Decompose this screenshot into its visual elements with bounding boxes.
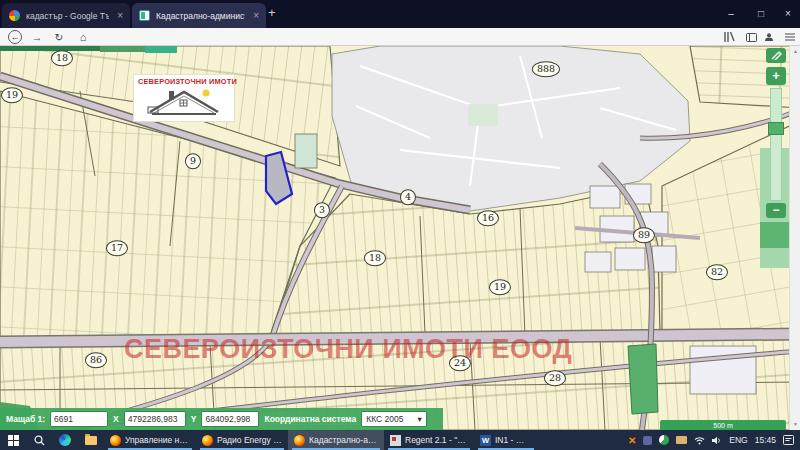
house-icon — [142, 86, 226, 118]
region-label-888: 888 — [532, 61, 560, 77]
region-label-19: 19 — [1, 87, 23, 103]
browser-toolbar: ← → ↻ ⌂ https://kais.cadastre.bg/bg/Map … — [0, 28, 800, 46]
region-label-19: 19 — [489, 279, 511, 295]
new-tab-button[interactable]: + — [268, 5, 276, 20]
browser-tab-bar: кадастър - Google Търсене × Кадастрално-… — [0, 0, 800, 28]
x-label: X — [113, 414, 119, 424]
clock[interactable]: 15:45 — [755, 435, 776, 445]
account-icon[interactable] — [762, 30, 776, 44]
google-favicon-icon — [9, 10, 20, 21]
realtor-logo-text: СЕВЕРОИЗТОЧНИ ИМОТИ — [138, 77, 230, 85]
zoom-slider-handle[interactable] — [768, 122, 784, 135]
y-coordinate-input[interactable] — [201, 411, 259, 427]
firefox-icon — [110, 435, 121, 446]
region-label-9: 9 — [185, 153, 201, 169]
scale-label: Мащаб 1: — [6, 414, 45, 424]
tab-google-search[interactable]: кадастър - Google Търсене × — [2, 3, 130, 28]
file-explorer-button[interactable] — [78, 430, 104, 450]
tab-title: Кадастрално-административна — [156, 11, 245, 21]
chevron-down-icon: ▾ — [417, 414, 421, 424]
regent-icon — [390, 435, 401, 446]
taskbar-app-regent[interactable]: Regent 2.1 - "СЕВЕРО... — [384, 430, 474, 450]
zoom-out-button[interactable]: − — [766, 203, 786, 218]
edge-button[interactable] — [52, 430, 78, 450]
forward-button[interactable]: → — [30, 30, 44, 44]
window-minimize-button[interactable]: – — [716, 0, 746, 26]
zoom-slider-track[interactable] — [770, 88, 782, 201]
crs-value: ККС 2005 — [366, 414, 403, 424]
region-label-16: 16 — [477, 210, 499, 226]
window-close-button[interactable]: × — [776, 0, 800, 26]
region-label-3: 3 — [314, 202, 330, 218]
firefox-icon — [202, 435, 213, 446]
search-button[interactable] — [26, 430, 52, 450]
antivirus-icon[interactable] — [659, 435, 669, 445]
region-label-28: 28 — [544, 370, 566, 386]
search-icon — [34, 435, 45, 446]
windows-logo-icon — [8, 435, 19, 446]
wifi-icon[interactable] — [694, 436, 705, 445]
taskbar-app-label: Regent 2.1 - "СЕВЕРО... — [405, 435, 468, 445]
measure-tool-button[interactable] — [766, 48, 786, 63]
tab-close-icon[interactable]: × — [253, 10, 259, 21]
map-scale-bar: 500 m — [660, 420, 786, 430]
refresh-button[interactable]: ↻ — [52, 30, 66, 44]
start-button[interactable] — [0, 430, 26, 450]
vertical-scrollbar[interactable]: ▲ ▼ — [789, 46, 800, 430]
volume-icon[interactable] — [712, 436, 722, 445]
scroll-up-icon[interactable]: ▲ — [790, 46, 800, 56]
back-button[interactable]: ← — [8, 30, 22, 44]
region-label-18: 18 — [364, 250, 386, 266]
taskbar-app-label: Радио Energy Онлай... — [217, 435, 282, 445]
map-canvas — [0, 46, 800, 430]
firefox-icon — [294, 435, 305, 446]
word-icon: W — [480, 435, 491, 446]
sidebar-toggle-icon[interactable] — [744, 30, 758, 44]
tray-folder-icon[interactable] — [676, 436, 687, 444]
measure-icon — [771, 51, 782, 60]
taskbar-app-radio[interactable]: Радио Energy Онлай... — [196, 430, 288, 450]
y-label: Y — [191, 414, 197, 424]
library-icon[interactable] — [722, 30, 736, 44]
language-indicator[interactable]: ENG — [729, 435, 747, 445]
x-coordinate-input[interactable] — [124, 411, 186, 427]
realtor-logo: СЕВЕРОИЗТОЧНИ ИМОТИ — [134, 75, 234, 121]
tab-title: кадастър - Google Търсене — [26, 11, 109, 21]
teams-icon[interactable] — [643, 436, 652, 445]
system-tray: ✕ ENG 15:45 — [628, 430, 800, 450]
crs-label: Координатна система — [264, 414, 356, 424]
watermark-text: СЕВЕРОИЗТОЧНИ ИМОТИ ЕООД — [124, 334, 684, 365]
taskbar-app-cadastre[interactable]: Кадастрално-админ... — [288, 430, 384, 450]
region-label-82: 82 — [706, 264, 728, 280]
region-label-4: 4 — [400, 189, 416, 205]
taskbar-app-label: IN1 - Word — [495, 435, 532, 445]
taskbar-app-word[interactable]: W IN1 - Word — [474, 430, 538, 450]
taskbar-app-label: Кадастрално-админ... — [309, 435, 378, 445]
kais-favicon-icon — [139, 10, 150, 21]
folder-icon — [85, 436, 97, 445]
screen: кадастър - Google Търсене × Кадастрално-… — [0, 0, 800, 450]
region-label-17: 17 — [106, 240, 128, 256]
menu-icon[interactable] — [783, 30, 797, 44]
avast-icon[interactable]: ✕ — [628, 435, 636, 446]
cadastre-map[interactable]: 1819888943161718898219862428 СЕВЕРОИЗТОЧ… — [0, 46, 800, 430]
tab-cadastre-map[interactable]: Кадастрално-административна × — [132, 3, 266, 28]
scale-input[interactable] — [50, 411, 108, 427]
scroll-down-icon[interactable]: ▼ — [790, 419, 800, 429]
region-label-89: 89 — [633, 227, 655, 243]
edge-icon — [59, 434, 71, 446]
crs-select[interactable]: ККС 2005 ▾ — [361, 411, 427, 427]
taskbar-app-offers[interactable]: Управление на офер... — [104, 430, 196, 450]
coordinates-bar: Мащаб 1: X Y Координатна система ККС 200… — [0, 408, 443, 430]
region-label-18: 18 — [51, 50, 73, 66]
window-maximize-button[interactable]: □ — [746, 0, 776, 26]
taskbar-app-label: Управление на офер... — [125, 435, 190, 445]
home-button[interactable]: ⌂ — [76, 30, 90, 44]
action-center-icon[interactable] — [783, 435, 794, 445]
tab-close-icon[interactable]: × — [117, 10, 123, 21]
windows-taskbar: Управление на офер... Радио Energy Онлай… — [0, 430, 800, 450]
zoom-in-button[interactable]: + — [766, 67, 786, 85]
region-label-86: 86 — [85, 352, 107, 368]
